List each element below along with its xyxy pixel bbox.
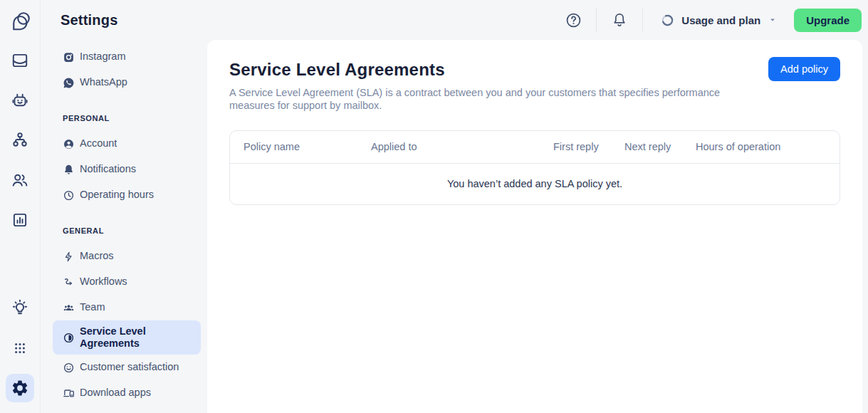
sidebar-item-label: WhatsApp <box>80 76 127 88</box>
sidebar-item-label: Account <box>80 137 117 150</box>
help-button[interactable] <box>559 6 587 34</box>
usage-donut-icon <box>660 13 675 28</box>
smiley-icon <box>63 362 75 374</box>
instagram-icon <box>63 51 75 63</box>
chevron-down-icon <box>767 14 778 26</box>
sidebar-item-label: Macros <box>80 250 114 262</box>
ideas-icon <box>11 298 29 317</box>
sidebar-item-instagram[interactable]: Instagram <box>53 44 201 70</box>
rail-inbox-button[interactable] <box>6 46 34 75</box>
sla-description: A Service Level Agreement (SLA) is a con… <box>229 86 722 113</box>
card-header-text: Service Level Agreements A Service Level… <box>229 60 722 113</box>
rail-settings-button[interactable] <box>6 374 34 402</box>
reports-icon <box>11 211 29 229</box>
top-header: Settings Usage and plan <box>41 0 868 40</box>
automation-icon <box>11 131 29 150</box>
notifications-bell-icon <box>611 11 628 28</box>
sidebar-item-label: Instagram <box>80 51 125 63</box>
sidebar-item-label: Operating hours <box>80 189 154 201</box>
bot-icon <box>11 91 29 110</box>
apps-grid-icon <box>11 340 28 357</box>
rail-contacts-button[interactable] <box>6 166 34 194</box>
add-policy-button[interactable]: Add policy <box>768 57 840 81</box>
rail-bot-button[interactable] <box>6 86 34 115</box>
sla-timer-icon <box>63 332 75 344</box>
sidebar-item-account[interactable]: Account <box>53 131 201 157</box>
sidebar-item-label: Service Level Agreements <box>80 325 192 350</box>
column-applied-to: Applied to <box>371 141 553 152</box>
settings-sidebar: Instagram WhatsApp PERSONAL Account Noti… <box>53 44 201 406</box>
header-divider <box>642 8 643 32</box>
clock-icon <box>63 189 75 202</box>
sidebar-item-customer-satisfaction[interactable]: Customer satisfaction <box>53 355 201 380</box>
main-content-card: Service Level Agreements A Service Level… <box>207 40 862 413</box>
notifications-button[interactable] <box>605 6 634 34</box>
sidebar-item-label: Customer satisfaction <box>80 361 179 373</box>
column-policy-name: Policy name <box>244 141 371 152</box>
usage-and-plan-label: Usage and plan <box>681 14 760 26</box>
rail-apps-button[interactable] <box>6 334 34 362</box>
sidebar-section-personal: PERSONAL <box>53 105 201 131</box>
sidebar-item-label: Notifications <box>80 163 136 175</box>
sidebar-item-notifications[interactable]: Notifications <box>53 157 201 182</box>
devices-icon <box>63 387 75 399</box>
header-actions: Usage and plan Upgrade <box>559 6 862 34</box>
header-divider <box>596 8 597 32</box>
sidebar-item-label: Team <box>80 301 105 313</box>
settings-gear-icon <box>11 379 29 397</box>
logo-icon <box>9 11 31 32</box>
upgrade-button[interactable]: Upgrade <box>794 9 862 32</box>
sla-table: Policy name Applied to First reply Next … <box>229 130 840 205</box>
sidebar-item-workflows[interactable]: Workflows <box>53 269 201 295</box>
contacts-icon <box>11 171 29 189</box>
rail-automation-button[interactable] <box>6 126 34 155</box>
sidebar-item-team[interactable]: Team <box>53 295 201 320</box>
rail-reports-button[interactable] <box>6 206 34 234</box>
sidebar-item-label: Workflows <box>80 276 127 288</box>
column-hours-of-operation: Hours of operation <box>696 141 840 152</box>
sidebar-section-general: GENERAL <box>53 218 201 244</box>
usage-and-plan-menu[interactable]: Usage and plan <box>660 13 778 28</box>
sidebar-item-macros[interactable]: Macros <box>53 244 201 269</box>
sidebar-item-service-level-agreements[interactable]: Service Level Agreements <box>53 320 201 355</box>
sidebar-item-download-apps[interactable]: Download apps <box>53 380 201 406</box>
card-header: Service Level Agreements A Service Level… <box>229 60 840 113</box>
app-logo[interactable] <box>6 7 34 36</box>
app-rail <box>0 0 41 413</box>
workflow-icon <box>63 276 75 288</box>
lightning-icon <box>63 251 75 263</box>
help-icon <box>565 11 582 29</box>
page-title: Settings <box>61 12 118 28</box>
column-next-reply: Next reply <box>624 141 696 152</box>
rail-ideas-button[interactable] <box>6 293 34 322</box>
sidebar-item-label: Download apps <box>80 387 151 399</box>
sidebar-item-operating-hours[interactable]: Operating hours <box>53 182 201 208</box>
sidebar-item-whatsapp[interactable]: WhatsApp <box>53 70 201 95</box>
sla-page-title: Service Level Agreements <box>229 60 722 80</box>
whatsapp-icon <box>63 77 75 89</box>
user-circle-icon <box>63 138 75 150</box>
inbox-icon <box>11 51 29 70</box>
team-icon <box>63 302 75 314</box>
bell-icon <box>63 164 75 176</box>
sla-table-header: Policy name Applied to First reply Next … <box>230 131 840 164</box>
column-first-reply: First reply <box>553 141 624 152</box>
sla-empty-state: You haven’t added any SLA policy yet. <box>230 164 840 204</box>
